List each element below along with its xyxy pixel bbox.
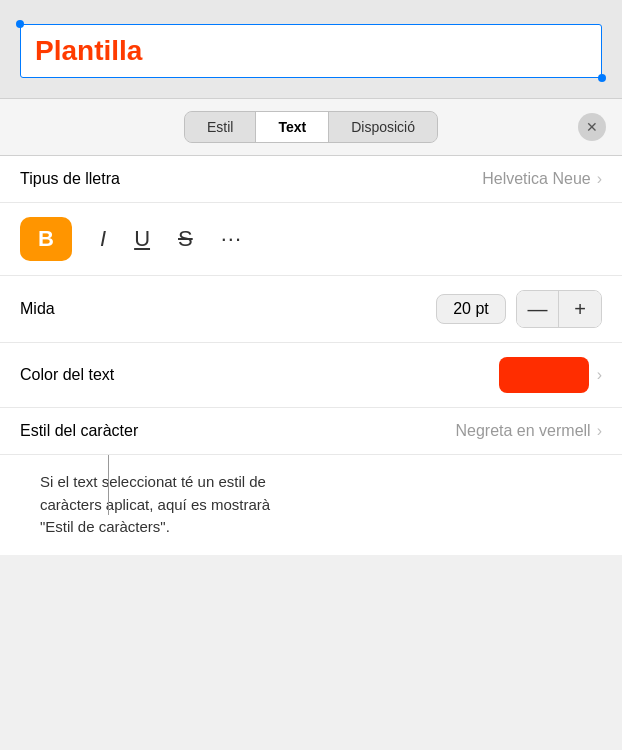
tab-text[interactable]: Text [256,112,329,142]
size-decrement-button[interactable]: — [517,291,559,327]
content-area: Tipus de lletra Helvetica Neue › B I U S… [0,156,622,555]
character-style-chevron-icon: › [597,422,602,440]
panel: Estil Text Disposició ✕ Tipus de lletra … [0,98,622,555]
font-row: Tipus de lletra Helvetica Neue › [0,156,622,203]
size-value: 20 pt [436,294,506,324]
tab-estil[interactable]: Estil [185,112,256,142]
tab-disposicio[interactable]: Disposició [329,112,437,142]
tab-bar: Estil Text Disposició ✕ [0,99,622,156]
color-chevron-icon: › [597,366,602,384]
format-row: B I U S ··· [0,203,622,276]
character-style-label: Estil del caràcter [20,422,456,440]
italic-button[interactable]: I [100,226,106,252]
strikethrough-button[interactable]: S [178,226,193,252]
font-chevron-icon: › [597,170,602,188]
tab-group: Estil Text Disposició [184,111,438,143]
size-stepper: — + [516,290,602,328]
handle-top-left[interactable] [16,20,24,28]
top-area [0,0,622,98]
info-line-decoration [108,455,109,515]
text-field-wrapper [20,24,602,78]
color-row: Color del text › [0,343,622,408]
color-swatch[interactable] [499,357,589,393]
size-increment-button[interactable]: + [559,291,601,327]
bold-button[interactable]: B [20,217,72,261]
font-value: Helvetica Neue [482,170,591,188]
handle-bottom-right[interactable] [598,74,606,82]
underline-button[interactable]: U [134,226,150,252]
character-style-row: Estil del caràcter Negreta en vermell › [0,408,622,455]
close-button[interactable]: ✕ [578,113,606,141]
font-label: Tipus de lletra [20,170,482,188]
info-text: Si el text seleccionat té un estil de ca… [40,471,270,539]
color-label: Color del text [20,366,499,384]
size-row: Mida 20 pt — + [0,276,622,343]
character-style-value: Negreta en vermell [456,422,591,440]
size-label: Mida [20,300,436,318]
info-area: Si el text seleccionat té un estil de ca… [0,455,622,555]
plantilla-text-input[interactable] [20,24,602,78]
more-button[interactable]: ··· [221,226,242,252]
